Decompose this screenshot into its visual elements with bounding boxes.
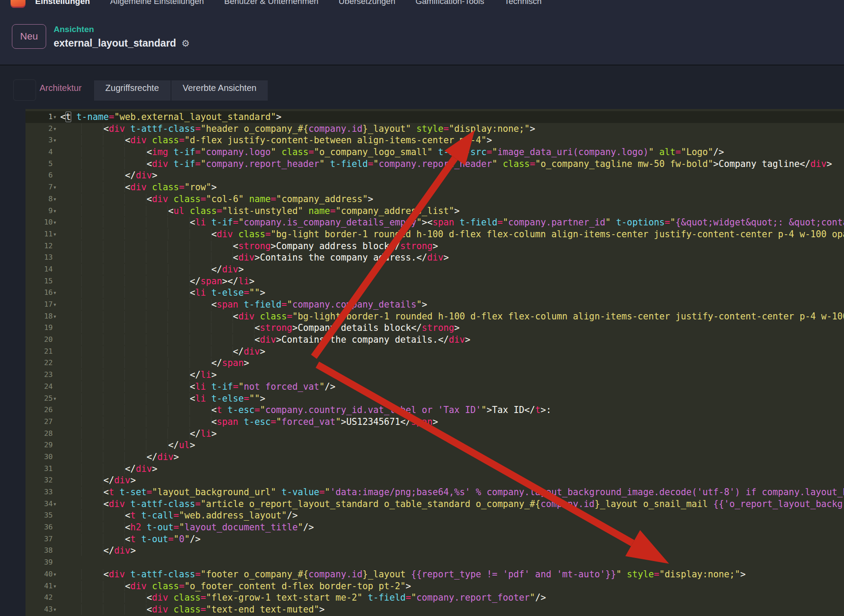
code-line[interactable]: 10▾ <li t-if="company.is_company_details… <box>25 217 844 228</box>
code-line[interactable]: 43▾ <div class="text-end text-muted"> <box>25 604 844 616</box>
code-line[interactable]: 27 <span t-esc="forced_vat">US12345671</… <box>25 416 844 428</box>
code-line[interactable]: 33 <t t-set="layout_background_url" t-va… <box>25 486 844 498</box>
code-line[interactable]: 6 </div> <box>25 170 844 181</box>
fold-toggle-icon[interactable]: ▾ <box>54 287 56 299</box>
nav-item-benutzer-unternehmen[interactable]: Benutzer & Unternehmen <box>224 0 318 7</box>
code-text: </div> <box>60 475 136 486</box>
code-line[interactable]: 31 </div> <box>25 463 844 475</box>
fold-toggle-icon[interactable]: ▾ <box>54 569 56 580</box>
new-button[interactable]: Neu <box>12 24 46 49</box>
code-text: <div class="row"> <box>60 181 217 193</box>
fold-toggle-icon[interactable]: ▾ <box>54 134 56 146</box>
fold-toggle-icon[interactable]: ▾ <box>54 580 56 592</box>
line-number: 24 <box>25 381 53 393</box>
code-line[interactable]: 34▾ <div t-attf-class="article o_report_… <box>25 498 844 510</box>
settings-app-icon[interactable] <box>11 0 25 8</box>
tab-zugriffsrechte[interactable]: Zugriffsrechte <box>94 80 171 101</box>
code-line[interactable]: 11▾ <div class="bg-light border-1 rounde… <box>25 228 844 240</box>
code-line[interactable]: 19 <strong>Company details block</strong… <box>25 322 844 334</box>
code-line[interactable]: 4 <img t-if="company.logo" class="o_comp… <box>25 146 844 158</box>
record-title: external_layout_standard <box>54 37 176 49</box>
gear-icon[interactable]: ⚙ <box>182 38 190 49</box>
code-line[interactable]: 12 <strong>Company address block</strong… <box>25 240 844 252</box>
line-number: 42 <box>25 592 53 604</box>
code-text: </span> <box>60 357 249 369</box>
code-line[interactable]: 40▾ <div t-attf-class="footer o_company_… <box>25 569 844 580</box>
fold-toggle-icon[interactable]: ▾ <box>54 205 56 217</box>
code-line[interactable]: 3▾ <div class="d-flex justify-content-be… <box>25 134 844 146</box>
code-line[interactable]: 20 <div>Contains the company details.</d… <box>25 334 844 346</box>
code-line[interactable]: 29 </ul> <box>25 439 844 451</box>
code-line[interactable]: 7▾ <div class="row"> <box>25 181 844 193</box>
fold-toggle-icon[interactable]: ▾ <box>54 123 56 135</box>
app-name-menu[interactable]: Einstellungen <box>35 0 90 7</box>
code-text: <strong>Company details block</strong> <box>60 322 460 334</box>
code-line[interactable]: 38 </div> <box>25 545 844 557</box>
code-text: </div> <box>60 545 136 557</box>
code-line[interactable]: 37 <t t-out="0"/> <box>25 533 844 545</box>
code-line[interactable]: 32 </div> <box>25 475 844 486</box>
code-line[interactable]: 42 <div class="flex-grow-1 text-start me… <box>25 592 844 604</box>
gutter-cell: 30 <box>25 451 60 463</box>
code-line[interactable]: 41▾ <div class="o_footer_content d-flex … <box>25 580 844 592</box>
code-line[interactable]: 9▾ <ul class="list-unstyled" name="compa… <box>25 205 844 217</box>
line-number: 37 <box>25 533 53 545</box>
line-number: 27 <box>25 416 53 428</box>
fold-toggle-icon[interactable]: ▾ <box>54 181 56 193</box>
code-line[interactable]: 13 <div>Contains the company address.</d… <box>25 252 844 264</box>
line-number: 19 <box>25 322 53 334</box>
code-line[interactable]: 23 </li> <box>25 369 844 381</box>
gutter-cell: 24 <box>25 381 60 393</box>
form-sheet: ArchitekturZugriffsrechteVererbte Ansich… <box>0 65 844 616</box>
code-text: <t t-esc="company.country_id.vat_label o… <box>60 404 551 416</box>
code-text: <ul class="list-unstyled" name="company_… <box>60 205 460 217</box>
nav-item-technisch[interactable]: Technisch <box>505 0 542 7</box>
line-number: 13 <box>25 252 53 264</box>
code-line[interactable]: 28 </li> <box>25 428 844 440</box>
code-editor[interactable]: 1▾<t t-name="web.external_layout_standar… <box>25 109 844 616</box>
line-number: 29 <box>25 439 53 451</box>
fold-toggle-icon[interactable]: ▾ <box>54 228 56 240</box>
code-text: <div class="col-6" name="company_address… <box>60 193 373 205</box>
fold-toggle-icon[interactable]: ▾ <box>54 299 56 311</box>
code-line[interactable]: 16▾ <li t-else=""> <box>25 287 844 299</box>
code-line[interactable]: 30 </div> <box>25 451 844 463</box>
code-line[interactable]: 17▾ <span t-field="company.company_detai… <box>25 299 844 311</box>
code-line[interactable]: 2▾ <div t-attf-class="header o_company_#… <box>25 123 844 135</box>
code-line[interactable]: 25▾ <li t-else=""> <box>25 393 844 405</box>
fold-toggle-icon[interactable]: ▾ <box>54 498 56 510</box>
code-text: </ul> <box>60 439 195 451</box>
tab-architektur[interactable]: Architektur <box>28 80 93 101</box>
code-line[interactable]: 8▾ <div class="col-6" name="company_addr… <box>25 193 844 205</box>
code-line[interactable]: 18▾ <div class="bg-light border-1 rounde… <box>25 311 844 322</box>
nav-item--bersetzungen[interactable]: Übersetzungen <box>338 0 395 7</box>
code-text: <t t-name="web.external_layout_standard"… <box>60 111 281 123</box>
code-line[interactable]: 15 </span></li> <box>25 275 844 287</box>
nav-item-allgemeine-einstellungen[interactable]: Allgemeine Einstellungen <box>110 0 204 7</box>
code-text: <div t-attf-class="footer o_company_#{co… <box>60 569 746 580</box>
nav-item-gamification-tools[interactable]: Gamification-Tools <box>415 0 484 7</box>
fold-toggle-icon[interactable]: ▾ <box>54 111 56 123</box>
code-text: <span t-esc="forced_vat">US12345671</spa… <box>60 416 438 428</box>
code-line[interactable]: 22 </span> <box>25 357 844 369</box>
fold-toggle-icon[interactable]: ▾ <box>54 193 56 205</box>
code-line[interactable]: 35 <t t-call="web.address_layout"/> <box>25 510 844 522</box>
line-number: 2 <box>25 123 53 135</box>
tab-vererbte-ansichten[interactable]: Vererbte Ansichten <box>171 80 268 101</box>
code-line[interactable]: 5 <div t-if="company.report_header" t-fi… <box>25 158 844 170</box>
line-number: 31 <box>25 463 53 475</box>
code-line[interactable]: 39 <box>25 557 844 569</box>
code-line[interactable]: 36 <h2 t-out="layout_document_title"/> <box>25 522 844 533</box>
code-line[interactable]: 1▾<t t-name="web.external_layout_standar… <box>25 111 844 123</box>
breadcrumb-parent-link[interactable]: Ansichten <box>54 24 190 35</box>
code-line[interactable]: 24 <li t-if="not forced_vat"/> <box>25 381 844 393</box>
code-line[interactable]: 21 </div> <box>25 346 844 358</box>
fold-toggle-icon[interactable]: ▾ <box>54 604 56 616</box>
code-line[interactable]: 26 <t t-esc="company.country_id.vat_labe… <box>25 404 844 416</box>
code-text: <div>Contains the company address.</div> <box>60 252 449 264</box>
fold-toggle-icon[interactable]: ▾ <box>54 217 56 228</box>
fold-toggle-icon[interactable]: ▾ <box>54 393 56 405</box>
fold-toggle-icon[interactable]: ▾ <box>54 311 56 322</box>
code-line[interactable]: 14 </div> <box>25 264 844 275</box>
line-number: 4 <box>25 146 53 158</box>
